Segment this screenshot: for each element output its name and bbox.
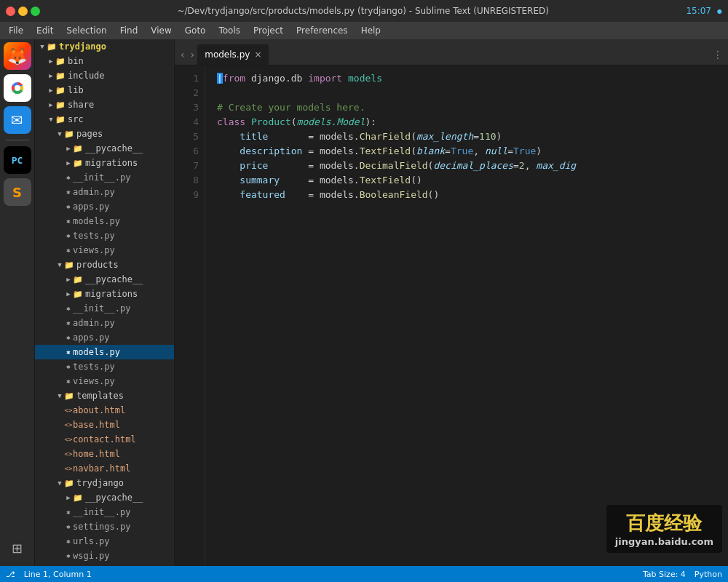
- tab-nav-back[interactable]: ‹: [178, 44, 188, 65]
- git-branch-icon: ⎇: [6, 570, 15, 579]
- tree-lib[interactable]: ▶ 📁 lib: [35, 83, 174, 97]
- tree-products-tests-label: tests.py: [73, 362, 115, 372]
- menu-edit[interactable]: Edit: [31, 24, 59, 37]
- menu-file[interactable]: File: [3, 24, 29, 37]
- sublime-text-icon[interactable]: S: [4, 178, 31, 206]
- tree-trydjango-wsgi[interactable]: ✱ wsgi.py: [35, 549, 174, 563]
- apps-grid-icon[interactable]: ⊞: [4, 534, 31, 562]
- tree-products-admin[interactable]: ✱ admin.py: [35, 316, 174, 330]
- tree-trydjango-pycache[interactable]: ▶ 📁 __pycache__: [35, 490, 174, 505]
- email-icon[interactable]: ✉: [4, 106, 31, 134]
- menu-selection[interactable]: Selection: [60, 24, 112, 37]
- tree-pages-views-label: views.py: [73, 245, 115, 255]
- maximize-button[interactable]: [31, 7, 40, 16]
- svg-point-2: [15, 85, 20, 91]
- tree-products-migrations[interactable]: ▶ 📁 migrations: [35, 287, 174, 301]
- menu-tools[interactable]: Tools: [213, 24, 246, 37]
- menu-goto[interactable]: Goto: [179, 24, 212, 37]
- tree-products-tests[interactable]: ✱ tests.py: [35, 359, 174, 374]
- line-num-9: 9: [175, 188, 199, 202]
- topbar-right-area: 15:07 ●: [686, 6, 722, 16]
- tree-include[interactable]: ▶ 📁 include: [35, 68, 174, 83]
- status-left: ⎇ Line 1, Column 1: [6, 570, 92, 579]
- line-num-5: 5: [175, 129, 199, 144]
- tree-products-label: products: [76, 260, 119, 270]
- tree-trydjango-init[interactable]: ✱ __init__.py: [35, 505, 174, 519]
- tree-pages-admin[interactable]: ✱ admin.py: [35, 185, 174, 199]
- tree-pages-models-label: models.py: [73, 216, 120, 226]
- tree-templates-navbar[interactable]: <> navbar.html: [35, 461, 174, 476]
- tree-bin[interactable]: ▶ 📁 bin: [35, 54, 174, 68]
- tree-pages-init-label: __init__.py: [73, 172, 130, 183]
- tree-trydjango[interactable]: ▼ 📁 trydjango: [35, 476, 174, 490]
- tree-products-pycache[interactable]: ▶ 📁 __pycache__: [35, 272, 174, 287]
- tree-templates-home[interactable]: <> home.html: [35, 447, 174, 461]
- close-button[interactable]: [6, 7, 15, 16]
- tree-templates-base[interactable]: <> base.html: [35, 418, 174, 432]
- line-numbers: 1 2 3 4 5 6 7 8 9: [175, 65, 205, 566]
- minimize-button[interactable]: [18, 7, 28, 16]
- tree-templates-about[interactable]: <> about.html: [35, 403, 174, 418]
- tree-templates-contact-label: contact.html: [73, 434, 136, 445]
- app-wrapper: ~/Dev/trydjango/src/products/models.py (…: [0, 0, 728, 582]
- file-tree-sidebar: ▼ 📁 trydjango ▶ 📁 bin ▶ 📁 include ▶ 📁 li…: [35, 39, 175, 566]
- tree-include-label: include: [68, 71, 105, 81]
- menu-find[interactable]: Find: [114, 24, 144, 37]
- firefox-icon[interactable]: 🦊: [4, 42, 31, 70]
- chrome-icon[interactable]: [4, 74, 31, 102]
- language-indicator[interactable]: Python: [695, 570, 722, 579]
- clock-dot: ●: [717, 8, 722, 15]
- line-num-4: 4: [175, 115, 199, 129]
- tree-templates-base-label: base.html: [73, 420, 120, 430]
- tree-products-models-label: models.py: [73, 347, 120, 357]
- menu-project[interactable]: Project: [248, 24, 289, 37]
- tab-models-py[interactable]: models.py ×: [197, 44, 269, 65]
- code-content[interactable]: |from django.db import models # Create y…: [205, 65, 728, 566]
- tree-products-apps[interactable]: ✱ apps.py: [35, 330, 174, 345]
- folder-icon: 📁: [47, 42, 57, 52]
- tree-products[interactable]: ▼ 📁 products: [35, 258, 174, 272]
- tree-products-models[interactable]: ✱ models.py: [35, 345, 174, 359]
- dock-separator: [6, 140, 29, 140]
- tree-pages-pycache[interactable]: ▶ 📁 __pycache__: [35, 141, 174, 156]
- window-controls: [6, 7, 40, 16]
- menubar: File Edit Selection Find View Goto Tools…: [0, 22, 728, 39]
- window-title: ~/Dev/trydjango/src/products/models.py (…: [177, 6, 548, 16]
- tree-share[interactable]: ▶ 📁 share: [35, 97, 174, 112]
- tree-pages-tests[interactable]: ✱ tests.py: [35, 228, 174, 243]
- tree-products-init[interactable]: ✱ __init__.py: [35, 301, 174, 316]
- clock-time: 15:07: [686, 6, 711, 16]
- tree-templates-contact[interactable]: <> contact.html: [35, 432, 174, 447]
- tree-pages-migrations[interactable]: ▶ 📁 migrations: [35, 156, 174, 170]
- tree-pages[interactable]: ▼ 📁 pages: [35, 127, 174, 141]
- pycharm-icon[interactable]: PC: [4, 146, 31, 174]
- editor-area: ‹ › models.py × ⋮ 1 2 3 4 5 6 7: [175, 39, 728, 566]
- tree-trydjango-settings[interactable]: ✱ settings.py: [35, 519, 174, 534]
- tab-label: models.py: [205, 49, 250, 60]
- tree-templates[interactable]: ▼ 📁 templates: [35, 388, 174, 403]
- tab-close-icon[interactable]: ×: [254, 49, 261, 60]
- tree-src[interactable]: ▼ 📁 src: [35, 112, 174, 127]
- tab-nav-forward[interactable]: ›: [188, 44, 198, 65]
- tree-trydjango-urls[interactable]: ✱ urls.py: [35, 534, 174, 549]
- tree-pages-models[interactable]: ✱ models.py: [35, 214, 174, 228]
- tabs-bar: ‹ › models.py × ⋮: [175, 39, 728, 65]
- left-dock: 🦊 ✉ PC S: [0, 39, 35, 566]
- tree-pages-tests-label: tests.py: [73, 231, 115, 241]
- tree-pages-init[interactable]: ✱ __init__.py: [35, 170, 174, 185]
- tree-root[interactable]: ▼ 📁 trydjango: [35, 39, 174, 54]
- tree-trydjango-init-label: __init__.py: [73, 507, 130, 517]
- tree-bin-label: bin: [68, 56, 84, 66]
- editor-options-button[interactable]: ⋮: [711, 44, 725, 65]
- content-wrapper: 🦊 ✉ PC S: [0, 39, 728, 566]
- menu-preferences[interactable]: Preferences: [290, 24, 354, 37]
- menu-view[interactable]: View: [145, 24, 177, 37]
- menu-help[interactable]: Help: [355, 24, 387, 37]
- tab-size-indicator[interactable]: Tab Size: 4: [643, 570, 686, 579]
- tree-pages-apps[interactable]: ✱ apps.py: [35, 199, 174, 214]
- tree-products-views[interactable]: ✱ views.py: [35, 374, 174, 388]
- tree-pages-admin-label: admin.py: [73, 187, 115, 197]
- code-editor[interactable]: 1 2 3 4 5 6 7 8 9 |from django.db import…: [175, 65, 728, 566]
- tree-pages-views[interactable]: ✱ views.py: [35, 243, 174, 258]
- status-right: Tab Size: 4 Python: [643, 570, 722, 579]
